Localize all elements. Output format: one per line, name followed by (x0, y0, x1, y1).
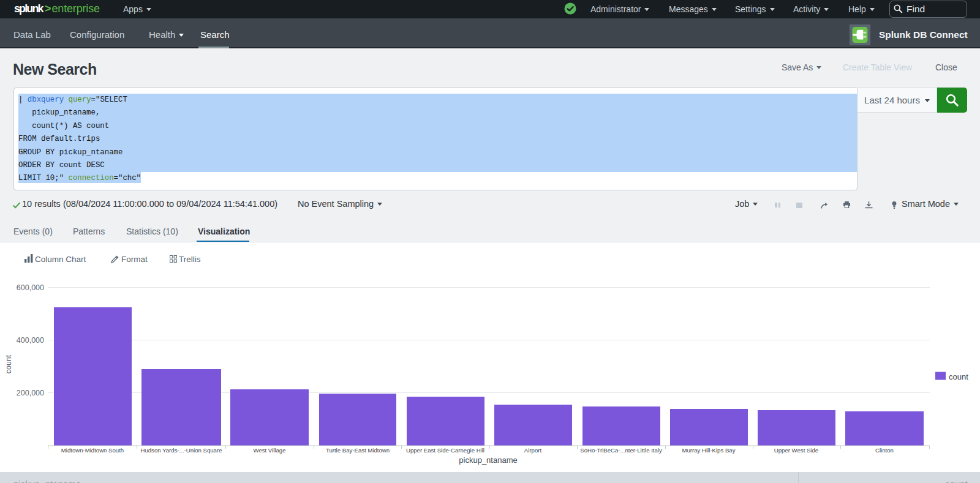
svg-text:SoHo-TriBeCa-...nter-Little It: SoHo-TriBeCa-...nter-Little Italy (580, 447, 662, 454)
svg-text:Turtle Bay-East Midtown: Turtle Bay-East Midtown (326, 447, 390, 454)
svg-text:count: count (4, 354, 13, 373)
svg-text:>: > (45, 2, 51, 15)
svg-text:Clinton: Clinton (875, 447, 894, 454)
svg-text:pickup_ntaname: pickup_ntaname (459, 455, 517, 465)
svg-text:Upper West Side: Upper West Side (774, 447, 818, 454)
svg-text:Murray Hill-Kips Bay: Murray Hill-Kips Bay (682, 447, 736, 454)
svg-text:400,000: 400,000 (17, 336, 44, 345)
svg-text:Hudson Yards-...-Union Square: Hudson Yards-...-Union Square (141, 447, 222, 454)
svg-text:West Village: West Village (254, 447, 286, 454)
svg-text:200,000: 200,000 (17, 389, 44, 397)
svg-text:splunk: splunk (14, 2, 44, 15)
svg-text:600,000: 600,000 (17, 283, 44, 292)
svg-text:Airport: Airport (524, 447, 542, 454)
svg-text:Midtown-Midtown South: Midtown-Midtown South (61, 447, 124, 454)
svg-text:count: count (949, 372, 968, 381)
svg-text:enterprise: enterprise (52, 2, 100, 15)
svg-text:Upper East Side-Carnegie Hill: Upper East Side-Carnegie Hill (406, 447, 484, 454)
